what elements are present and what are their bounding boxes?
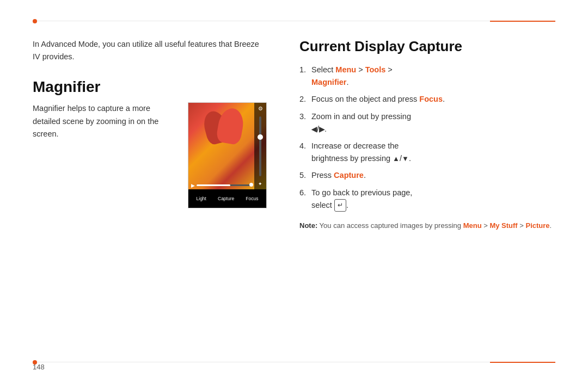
step-3: 3. Zoom in and out by pressing ◀/▶. bbox=[299, 110, 555, 135]
note-body: You can access captured images by pressi… bbox=[320, 221, 552, 230]
step-1-number: 1. bbox=[299, 64, 309, 76]
left-arrow-icon: ◀ bbox=[311, 125, 317, 133]
step-6-number: 6. bbox=[299, 187, 309, 199]
step-2: 2. Focus on the object and press Focus. bbox=[299, 93, 555, 106]
step-6-text: To go back to previous page, select ↵. bbox=[311, 187, 412, 212]
camera-progress-fill bbox=[197, 184, 230, 186]
camera-toolbar-capture[interactable]: Capture bbox=[218, 196, 234, 201]
step-6: 6. To go back to previous page, select ↵… bbox=[299, 187, 555, 212]
camera-slider-track bbox=[259, 116, 261, 176]
magnifier-section-title: Magnifier bbox=[33, 78, 267, 96]
back-button[interactable]: ↵ bbox=[334, 199, 346, 212]
camera-slider-thumb bbox=[258, 134, 263, 140]
magnifier-link: Magnifier bbox=[311, 78, 346, 87]
right-column: Current Display Capture 1. Select Menu >… bbox=[299, 30, 555, 353]
step-1: 1. Select Menu > Tools > Magnifier. bbox=[299, 64, 555, 89]
camera-toolbar: Light Capture Focus bbox=[188, 189, 266, 208]
camera-brightness-icon: ✦ bbox=[258, 181, 262, 187]
camera-image: ⚙ ✦ ▶ Light Capture Focus bbox=[188, 102, 267, 208]
top-decorative-line bbox=[33, 21, 555, 21]
tools-link: Tools bbox=[365, 65, 386, 74]
up-arrow-icon: ▲ bbox=[393, 155, 400, 163]
bottom-decorative-line bbox=[33, 362, 555, 362]
step-4-text: Increase or decrease thebrightness by pr… bbox=[311, 140, 411, 165]
current-display-capture-title: Current Display Capture bbox=[299, 38, 555, 55]
magnifier-description: Magnifier helps to capture a more detail… bbox=[33, 102, 177, 140]
step-3-number: 3. bbox=[299, 110, 309, 123]
step-5-number: 5. bbox=[299, 169, 309, 182]
step-2-text: Focus on the object and press Focus. bbox=[311, 93, 445, 106]
camera-progress-bar: ▶ bbox=[191, 182, 253, 189]
page-number: 148 bbox=[33, 363, 45, 371]
steps-list: 1. Select Menu > Tools > Magnifier. 2. F… bbox=[299, 64, 555, 212]
camera-progress-track bbox=[197, 184, 253, 186]
right-arrow-icon: ▶ bbox=[319, 125, 324, 133]
step-2-number: 2. bbox=[299, 93, 309, 106]
step-4-number: 4. bbox=[299, 140, 309, 152]
note-mystuff-link: My Stuff bbox=[489, 221, 517, 230]
magnifier-layout: Magnifier helps to capture a more detail… bbox=[33, 102, 267, 208]
focus-link: Focus bbox=[419, 95, 443, 103]
capture-link: Capture bbox=[334, 171, 364, 180]
note-text: Note: You can access captured images by … bbox=[299, 220, 555, 231]
note-menu-link: Menu bbox=[463, 221, 482, 230]
note-label: Note: bbox=[299, 221, 317, 230]
step-1-text: Select Menu > Tools > Magnifier. bbox=[311, 64, 393, 89]
step-5: 5. Press Capture. bbox=[299, 169, 555, 182]
camera-toolbar-focus[interactable]: Focus bbox=[246, 196, 258, 201]
camera-toolbar-light[interactable]: Light bbox=[197, 196, 206, 201]
intro-text: In Advanced Mode, you can utilize all us… bbox=[33, 38, 267, 63]
note-picture-link: Picture bbox=[526, 221, 550, 230]
step-5-text: Press Capture. bbox=[311, 169, 366, 182]
down-arrow-icon: ▼ bbox=[402, 155, 409, 163]
step-3-text: Zoom in and out by pressing ◀/▶. bbox=[311, 110, 411, 135]
main-content: In Advanced Mode, you can utilize all us… bbox=[33, 30, 555, 353]
camera-sidebar: ⚙ ✦ bbox=[254, 103, 266, 189]
left-column: In Advanced Mode, you can utilize all us… bbox=[33, 30, 267, 353]
camera-settings-icon: ⚙ bbox=[258, 106, 263, 112]
menu-link: Menu bbox=[335, 65, 356, 74]
camera-progress-dot bbox=[249, 183, 253, 187]
camera-play-icon: ▶ bbox=[191, 183, 195, 188]
step-4: 4. Increase or decrease thebrightness by… bbox=[299, 140, 555, 165]
